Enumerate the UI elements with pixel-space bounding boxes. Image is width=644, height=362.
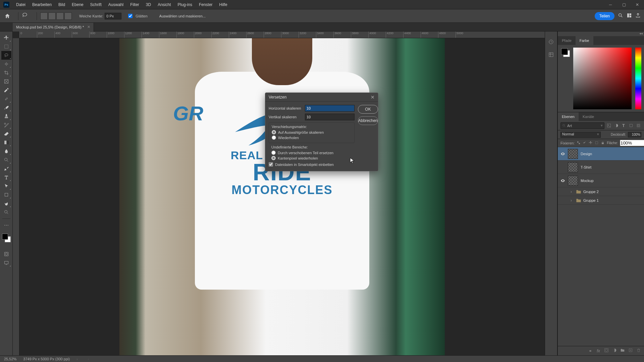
close-tab-icon[interactable]: ✕ bbox=[87, 25, 90, 29]
menu-bild[interactable]: Bild bbox=[55, 2, 68, 7]
add-mask-icon[interactable] bbox=[604, 348, 609, 354]
share-button[interactable]: Teilen bbox=[595, 12, 614, 20]
color-swatch[interactable] bbox=[1, 233, 11, 243]
selection-new-button[interactable] bbox=[40, 12, 48, 20]
select-and-mask-button[interactable]: Auswählen und maskieren... bbox=[156, 13, 209, 19]
window-minimize-icon[interactable]: ─ bbox=[604, 0, 617, 9]
layer-thumbnail[interactable] bbox=[568, 162, 578, 172]
antialias-checkbox[interactable] bbox=[128, 14, 132, 18]
tab-farbe[interactable]: Farbe bbox=[576, 36, 593, 45]
ok-button[interactable]: OK bbox=[358, 105, 378, 114]
layer-thumbnail[interactable] bbox=[568, 176, 578, 186]
lock-transparency-icon[interactable] bbox=[577, 141, 581, 145]
dialog-close-icon[interactable]: ✕ bbox=[371, 95, 375, 100]
hand-tool[interactable] bbox=[1, 199, 11, 208]
color-swatch-large[interactable] bbox=[561, 48, 570, 57]
ruler-vertical[interactable] bbox=[13, 38, 19, 355]
selection-subtract-button[interactable] bbox=[56, 12, 64, 20]
fill-input[interactable] bbox=[620, 140, 644, 146]
menu-ansicht[interactable]: Ansicht bbox=[154, 2, 174, 7]
frame-tool[interactable] bbox=[1, 77, 11, 86]
lock-artboard-icon[interactable] bbox=[595, 141, 599, 145]
layer-filter-dropdown[interactable]: Art ▾ bbox=[560, 122, 604, 129]
quickmask-button[interactable] bbox=[1, 250, 11, 258]
window-maximize-icon[interactable]: ▢ bbox=[617, 0, 631, 9]
brush-tool[interactable] bbox=[1, 103, 11, 112]
menu-ebene[interactable]: Ebene bbox=[68, 2, 87, 7]
layer-fx-icon[interactable]: fx bbox=[596, 349, 601, 353]
search-icon[interactable] bbox=[618, 13, 623, 19]
zoom-level[interactable]: 25,52% bbox=[4, 357, 16, 361]
menu-3d[interactable]: 3D bbox=[143, 2, 154, 7]
zoom-tool[interactable] bbox=[1, 208, 11, 217]
gradient-tool[interactable] bbox=[1, 138, 11, 147]
lock-pixels-icon[interactable] bbox=[583, 141, 587, 145]
blur-tool[interactable] bbox=[1, 147, 11, 156]
tab-ebenen[interactable]: Ebenen bbox=[558, 112, 579, 121]
filter-adjust-icon[interactable] bbox=[613, 123, 619, 129]
cancel-button[interactable]: Abbrechen bbox=[358, 116, 378, 125]
menu-plugins[interactable]: Plug-ins bbox=[174, 2, 196, 7]
path-select-tool[interactable] bbox=[1, 182, 11, 190]
layer-row[interactable]: Design bbox=[558, 147, 644, 161]
menu-auswahl[interactable]: Auswahl bbox=[105, 2, 127, 7]
selection-add-button[interactable] bbox=[48, 12, 56, 20]
filter-smart-icon[interactable] bbox=[635, 123, 641, 129]
filter-image-icon[interactable] bbox=[606, 123, 612, 129]
layer-thumbnail[interactable] bbox=[568, 149, 578, 159]
undef-wrap-radio[interactable] bbox=[271, 150, 276, 155]
tab-pfade[interactable]: Pfade bbox=[558, 36, 576, 45]
menu-fenster[interactable]: Fenster bbox=[196, 2, 216, 7]
undef-repeat-radio[interactable] bbox=[271, 156, 276, 160]
lock-all-icon[interactable] bbox=[601, 141, 605, 145]
pen-tool[interactable] bbox=[1, 164, 11, 173]
edit-toolbar-button[interactable]: ⋯ bbox=[1, 221, 11, 230]
canvas[interactable]: GR REAL GRANDPAS RIDE MOTORCYCLES bbox=[19, 38, 545, 355]
chevron-right-icon[interactable]: › bbox=[571, 189, 574, 194]
embed-data-checkbox[interactable] bbox=[269, 162, 273, 167]
tab-kanale[interactable]: Kanäle bbox=[579, 112, 598, 121]
properties-panel-icon[interactable] bbox=[547, 51, 555, 58]
vertical-scale-input[interactable] bbox=[305, 114, 355, 120]
color-field[interactable] bbox=[573, 48, 632, 109]
layer-visibility-icon[interactable] bbox=[558, 178, 568, 183]
marquee-tool[interactable] bbox=[1, 42, 11, 51]
matrix-tile-radio[interactable] bbox=[272, 135, 276, 140]
healing-tool[interactable] bbox=[1, 95, 11, 103]
menu-filter[interactable]: Filter bbox=[127, 2, 143, 7]
delete-layer-icon[interactable] bbox=[636, 348, 641, 354]
history-brush-tool[interactable] bbox=[1, 121, 11, 129]
new-layer-icon[interactable] bbox=[628, 348, 633, 354]
screenmode-button[interactable] bbox=[1, 258, 11, 267]
collapse-panels-icon[interactable]: ◂◂ bbox=[558, 32, 644, 36]
lasso-tool[interactable] bbox=[1, 51, 11, 60]
filter-type-icon[interactable]: T bbox=[621, 123, 627, 129]
lasso-tool-icon[interactable] bbox=[22, 12, 30, 20]
history-panel-icon[interactable] bbox=[547, 38, 555, 46]
ruler-horizontal[interactable]: 0200400600800100012001400160018002000220… bbox=[19, 32, 545, 38]
menu-datei[interactable]: Datei bbox=[13, 2, 29, 7]
eyedropper-tool[interactable] bbox=[1, 86, 11, 95]
chevron-right-icon[interactable]: › bbox=[571, 198, 574, 203]
layer-row[interactable]: ›Gruppe 2 bbox=[558, 187, 644, 196]
foreground-color-swatch[interactable] bbox=[2, 234, 8, 240]
filter-shape-icon[interactable] bbox=[628, 123, 634, 129]
lock-position-icon[interactable] bbox=[589, 141, 593, 145]
export-icon[interactable] bbox=[635, 13, 641, 19]
layer-row[interactable]: ›Gruppe 1 bbox=[558, 196, 644, 205]
layer-row[interactable]: Mockup bbox=[558, 174, 644, 187]
stamp-tool[interactable] bbox=[1, 112, 11, 121]
workspace-icon[interactable] bbox=[627, 13, 632, 19]
blend-mode-dropdown[interactable]: Normal ▾ bbox=[560, 132, 601, 138]
adjustment-layer-icon[interactable] bbox=[612, 348, 617, 354]
selection-intersect-button[interactable] bbox=[64, 12, 72, 20]
layer-visibility-icon[interactable] bbox=[558, 152, 568, 156]
quick-select-tool[interactable] bbox=[1, 60, 11, 68]
opacity-input[interactable] bbox=[628, 132, 641, 137]
new-group-icon[interactable] bbox=[620, 348, 625, 354]
home-icon[interactable] bbox=[3, 12, 11, 20]
menu-bearbeiten[interactable]: Bearbeiten bbox=[29, 2, 55, 7]
shape-tool[interactable] bbox=[1, 190, 11, 199]
horizontal-scale-input[interactable] bbox=[305, 105, 355, 112]
eraser-tool[interactable] bbox=[1, 129, 11, 138]
